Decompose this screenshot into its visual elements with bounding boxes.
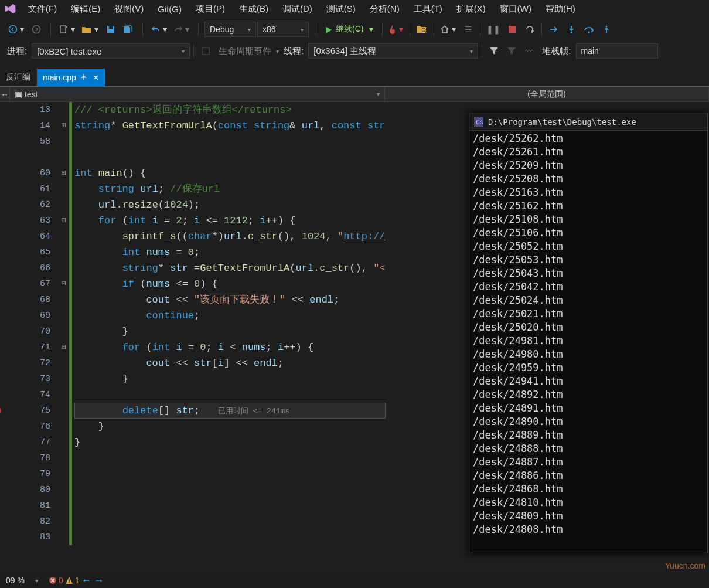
tab-label: 反汇编: [6, 72, 30, 83]
undo-button[interactable]: ▾: [149, 21, 170, 38]
tab-main-cpp[interactable]: main.cpp ✕: [37, 69, 105, 86]
svg-rect-2: [60, 26, 66, 33]
redo-button[interactable]: ▾: [171, 21, 192, 38]
platform-combo[interactable]: x86▾: [257, 22, 309, 37]
home-button[interactable]: ▾: [438, 21, 459, 38]
menu-git[interactable]: Git(G): [151, 2, 189, 16]
prev-issue-button[interactable]: ←: [81, 575, 92, 587]
wave-icon[interactable]: 〰: [521, 43, 537, 59]
next-issue-button[interactable]: →: [94, 575, 104, 587]
project-label: ▣ test: [15, 90, 38, 99]
console-title: D:\Program\test\Debug\test.exe: [488, 117, 636, 127]
nav-back-button[interactable]: ▾: [6, 21, 27, 38]
step-out-button[interactable]: [598, 21, 615, 38]
restart-button[interactable]: [521, 21, 538, 38]
continue-button[interactable]: ▶ 继续(C) ▾: [321, 21, 379, 38]
vs-logo-icon: [4, 2, 18, 16]
svg-point-5: [571, 32, 572, 33]
warning-icon: [65, 576, 73, 584]
menu-project[interactable]: 项目(P): [189, 1, 232, 17]
stackframe-combo[interactable]: main: [576, 43, 658, 59]
pause-button[interactable]: ❚❚: [484, 21, 503, 38]
tab-label: main.cpp: [43, 73, 76, 82]
svg-point-6: [588, 32, 590, 33]
console-output: /desk/25262.htm /desk/25261.htm /desk/25…: [469, 131, 707, 538]
scope-combo[interactable]: (全局范围): [385, 87, 709, 101]
close-tab-icon[interactable]: ✕: [93, 73, 99, 82]
main-toolbar: ▾ ▾ ▾ ▾ ▾ Debug▾ x86▾ ▶ 继续(C) ▾ ▾ ▾ ☰ ❚❚: [0, 18, 709, 41]
find-in-files-button[interactable]: [414, 21, 430, 38]
lifecycle-icon[interactable]: [197, 43, 214, 59]
settings-button[interactable]: ☰: [460, 21, 476, 38]
navigation-bar: ↔ ▣ test ▾ (全局范围): [0, 87, 709, 102]
switch-icon[interactable]: ↔: [0, 87, 10, 101]
menu-build[interactable]: 生成(B): [232, 1, 275, 17]
thread-combo[interactable]: [0x3634] 主线程▾: [308, 43, 478, 59]
watermark: Yuucn.com: [665, 561, 705, 570]
console-titlebar[interactable]: C:\ D:\Program\test\Debug\test.exe: [469, 113, 707, 131]
svg-point-1: [33, 26, 40, 33]
debug-toolbar: 进程: [0xB2C] test.exe▾ 生命周期事件▾ 线程: [0x363…: [0, 41, 709, 61]
warning-count[interactable]: 1: [65, 576, 80, 585]
show-next-stmt-button[interactable]: [546, 21, 562, 38]
console-window[interactable]: C:\ D:\Program\test\Debug\test.exe /desk…: [469, 113, 708, 553]
process-label: 进程:: [4, 46, 30, 57]
menu-test[interactable]: 测试(S): [319, 1, 363, 17]
error-count[interactable]: 0 1 ← →: [49, 575, 104, 587]
process-combo[interactable]: [0xB2C] test.exe▾: [32, 43, 190, 59]
filter-icon[interactable]: [486, 43, 502, 59]
error-icon: [49, 576, 57, 584]
step-into-button[interactable]: [563, 21, 580, 38]
svg-rect-13: [69, 582, 69, 583]
menu-edit[interactable]: 编辑(E): [64, 1, 107, 17]
menu-tools[interactable]: 工具(T): [407, 1, 449, 17]
menu-view[interactable]: 视图(V): [107, 1, 151, 17]
step-over-button[interactable]: [581, 21, 597, 38]
project-scope-combo[interactable]: ▣ test ▾: [10, 87, 385, 101]
new-item-button[interactable]: ▾: [57, 21, 78, 38]
stackframe-label: 堆栈帧:: [538, 46, 574, 57]
menu-debug[interactable]: 调试(D): [275, 1, 319, 17]
save-button[interactable]: [103, 21, 119, 38]
svg-rect-12: [69, 579, 69, 582]
menu-bar: 文件(F) 编辑(E) 视图(V) Git(G) 项目(P) 生成(B) 调试(…: [0, 0, 709, 18]
stop-button[interactable]: [504, 21, 520, 38]
hot-reload-button[interactable]: ▾: [386, 21, 406, 38]
save-all-button[interactable]: [120, 21, 137, 38]
status-bar: 09 % ▾ 0 1 ← →: [0, 573, 709, 588]
pin-icon[interactable]: [81, 74, 88, 81]
menu-window[interactable]: 窗口(W): [493, 1, 538, 17]
lifecycle-label: 生命周期事件: [215, 46, 275, 57]
svg-text:C:\: C:\: [476, 119, 483, 125]
tab-disassembly[interactable]: 反汇编: [0, 69, 37, 86]
play-icon: ▶: [326, 25, 332, 34]
menu-analyze[interactable]: 分析(N): [363, 1, 407, 17]
config-combo[interactable]: Debug▾: [204, 22, 256, 37]
svg-point-0: [9, 26, 17, 33]
menu-file[interactable]: 文件(F): [21, 1, 64, 17]
svg-point-7: [606, 26, 608, 28]
zoom-level[interactable]: 09 %: [6, 576, 25, 585]
scope-label: (全局范围): [527, 89, 565, 100]
open-button[interactable]: ▾: [79, 21, 101, 38]
document-tabs: 反汇编 main.cpp ✕: [0, 69, 709, 87]
console-icon: C:\: [474, 117, 483, 127]
zoom-dropdown-icon[interactable]: ▾: [35, 577, 38, 584]
menu-extensions[interactable]: 扩展(X): [449, 1, 493, 17]
continue-label: 继续(C): [336, 24, 363, 35]
svg-rect-8: [202, 47, 209, 55]
nav-fwd-button[interactable]: [28, 21, 45, 38]
menu-help[interactable]: 帮助(H): [538, 1, 582, 17]
svg-rect-3: [109, 26, 113, 29]
thread-label: 线程:: [280, 46, 307, 57]
filter-icon-dim[interactable]: [503, 43, 520, 59]
